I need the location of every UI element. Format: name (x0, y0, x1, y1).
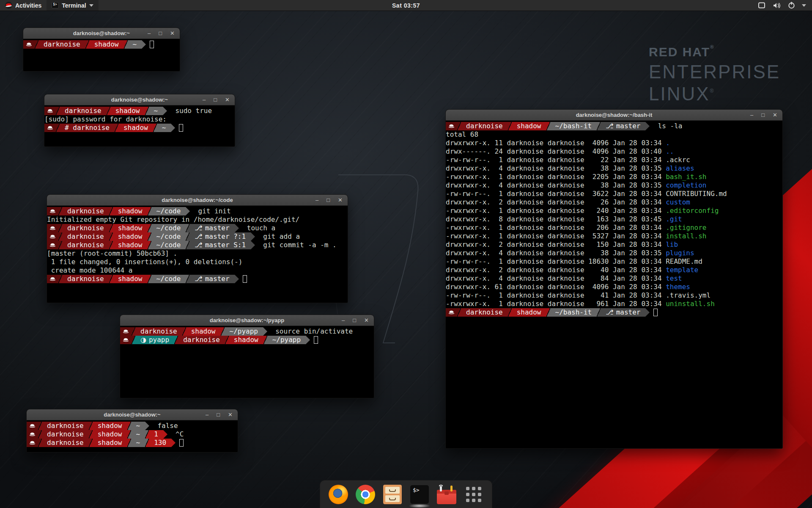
terminal-content[interactable]: darknoiseshadow~/bash-it⎇master ls -lato… (446, 121, 782, 317)
segment-separator (58, 207, 62, 215)
terminal-content[interactable]: darknoiseshadow~ sudo true[sudo] passwor… (44, 105, 235, 132)
window-title: darknoise@shadow:~ (111, 97, 168, 103)
app-menu-terminal[interactable]: $> Terminal (47, 0, 98, 11)
dock-item-terminal[interactable]: $> (410, 485, 429, 504)
prompt-segment-path: ~/code (151, 224, 186, 232)
maximize-button[interactable]: □ (217, 412, 220, 417)
maximize-button[interactable]: □ (214, 97, 217, 102)
segment-separator (186, 241, 189, 249)
terminal-line: darknoiseshadow~/bash-it⎇master (446, 308, 782, 317)
prompt-segment-path: ~ (128, 40, 142, 49)
window-titlebar[interactable]: darknoise@shadow:~/code – □ ✕ (47, 195, 348, 206)
terminal-content[interactable]: darknoiseshadow~ falsedarknoiseshadow~1 … (27, 420, 238, 447)
terminal-content[interactable]: darknoiseshadow~/code git initInitialize… (47, 206, 348, 283)
redhat-prompt-icon (47, 275, 58, 283)
window-titlebar[interactable]: darknoise@shadow:~ – □ ✕ (23, 28, 180, 39)
redhat-prompt-icon (27, 439, 38, 447)
window-titlebar[interactable]: darknoise@shadow:~/pyapp – □ ✕ (120, 315, 374, 326)
activities-button[interactable]: Activities (0, 0, 47, 11)
segment-separator (182, 327, 186, 336)
window-title: darknoise@shadow:~ (73, 30, 130, 36)
top-bar: Activities $> Terminal Sat 03:57 (0, 0, 812, 11)
ls-entry-meta: drwxrwxr-x. 2 darknoise darknoise 150 Ja… (446, 240, 666, 248)
terminal-window-sudo[interactable]: darknoise@shadow:~ – □ ✕ darknoiseshadow… (44, 94, 235, 147)
prompt-arrow (142, 40, 146, 49)
terminal-line: darknoiseshadow~/bash-it⎇master ls -la (446, 122, 782, 130)
terminal-line: ◑pyappdarknoiseshadow~/pyapp (120, 336, 374, 344)
segment-separator (148, 207, 151, 215)
prompt-segment-host: shadow (512, 308, 546, 317)
prompt-segment-user: darknoise (461, 308, 508, 317)
terminal-line: drwxrwxr-x. 8 darknoise darknoise 163 Ja… (446, 215, 782, 224)
terminal-line: darknoiseshadow~ (23, 40, 180, 49)
terminal-line: -rw-rw-r--. 1 darknoise darknoise 3622 J… (446, 190, 782, 198)
prompt-arrow (645, 308, 650, 317)
segment-separator (597, 308, 601, 317)
window-titlebar[interactable]: darknoise@shadow:~/bash-it – □ ✕ (446, 110, 782, 121)
output-text: [sudo] password for darknoise: (44, 115, 167, 123)
segment-separator (148, 275, 151, 283)
maximize-button[interactable]: □ (353, 318, 356, 323)
terminal-content[interactable]: darknoiseshadow~/pyapp source bin/activa… (120, 326, 374, 344)
prompt-segment-host: shadow (93, 439, 127, 447)
volume-icon[interactable] (773, 2, 781, 9)
prompt-arrow (235, 224, 239, 232)
prompt-segment-path: ~ (131, 430, 145, 439)
ls-entry-meta: -rwxrwxr-x. 1 darknoise darknoise 961 Ja… (446, 300, 666, 308)
ls-entry-name: bash_it.sh (666, 173, 706, 181)
dock-item-toolbox[interactable] (437, 485, 456, 504)
app-grid-icon (464, 485, 483, 504)
chevron-down-icon (89, 4, 93, 7)
terminal-line: Initialized empty Git repository in /hom… (47, 215, 348, 224)
close-button[interactable]: ✕ (225, 97, 230, 102)
segment-separator (127, 439, 131, 447)
minimize-button[interactable]: – (315, 197, 318, 203)
terminal-line: -rwxrwxr-x. 1 darknoise darknoise 240 Ja… (446, 207, 782, 215)
screen-share-icon[interactable] (757, 2, 766, 9)
minimize-button[interactable]: – (206, 412, 208, 417)
close-button[interactable]: ✕ (228, 412, 233, 417)
dock-item-chrome[interactable] (356, 485, 375, 504)
dock-item-files[interactable] (383, 485, 402, 504)
maximize-button[interactable]: □ (761, 112, 765, 118)
close-button[interactable]: ✕ (170, 30, 175, 36)
ls-entry-meta: -rw-rw-r--. 1 darknoise darknoise 18630 … (446, 257, 666, 265)
redhat-logo-icon (5, 2, 12, 9)
terminal-window-exitcodes[interactable]: darknoise@shadow:~ – □ ✕ darknoiseshadow… (26, 409, 238, 453)
window-titlebar[interactable]: darknoise@shadow:~ – □ ✕ (44, 94, 235, 105)
terminal-line: 1 file changed, 0 insertions(+), 0 delet… (47, 258, 348, 266)
minimize-button[interactable]: – (203, 97, 206, 102)
close-button[interactable]: ✕ (364, 318, 369, 323)
terminal-line: darknoiseshadow~/code git init (47, 207, 348, 215)
close-button[interactable]: ✕ (338, 197, 343, 203)
minimize-button[interactable]: – (342, 318, 345, 323)
ls-entry-name: lib (666, 240, 678, 248)
prompt-segment-path: ~/code (151, 275, 186, 283)
minimize-button[interactable]: – (750, 112, 753, 118)
brand-line-redhat: RED HAT (649, 45, 710, 59)
redhat-prompt-icon (120, 336, 132, 344)
maximize-button[interactable]: □ (326, 197, 330, 203)
terminal-window-bash-it[interactable]: darknoise@shadow:~/bash-it – □ ✕ darknoi… (445, 109, 783, 449)
command-text: git init (190, 207, 230, 215)
system-menu-caret-icon[interactable] (802, 4, 806, 7)
dock-item-firefox[interactable] (329, 485, 348, 504)
clock[interactable]: Sat 03:57 (392, 2, 420, 9)
minimize-button[interactable]: – (148, 30, 151, 36)
terminal-window-code[interactable]: darknoise@shadow:~/code – □ ✕ darknoises… (47, 194, 348, 303)
prompt-segment-git: ⎇master (189, 275, 234, 283)
prompt-arrow (186, 207, 190, 215)
terminal-window-home-small[interactable]: darknoise@shadow:~ – □ ✕ darknoiseshadow… (23, 28, 180, 72)
terminal-line: darknoiseshadow~/code⎇master touch a (47, 224, 348, 232)
ls-entry-name: completion (666, 181, 706, 189)
terminal-window-pyapp[interactable]: darknoise@shadow:~/pyapp – □ ✕ darknoise… (120, 315, 374, 398)
window-titlebar[interactable]: darknoise@shadow:~ – □ ✕ (27, 409, 238, 420)
command-text: false (149, 422, 178, 430)
power-icon[interactable] (788, 2, 795, 9)
terminal-line: create mode 100644 a (47, 266, 348, 275)
dock-item-app-grid[interactable] (464, 485, 483, 504)
close-button[interactable]: ✕ (773, 112, 777, 118)
maximize-button[interactable]: □ (159, 30, 162, 36)
terminal-line: drwxrwxr-x. 2 darknoise darknoise 150 Ja… (446, 240, 782, 249)
terminal-content[interactable]: darknoiseshadow~ (23, 39, 180, 49)
